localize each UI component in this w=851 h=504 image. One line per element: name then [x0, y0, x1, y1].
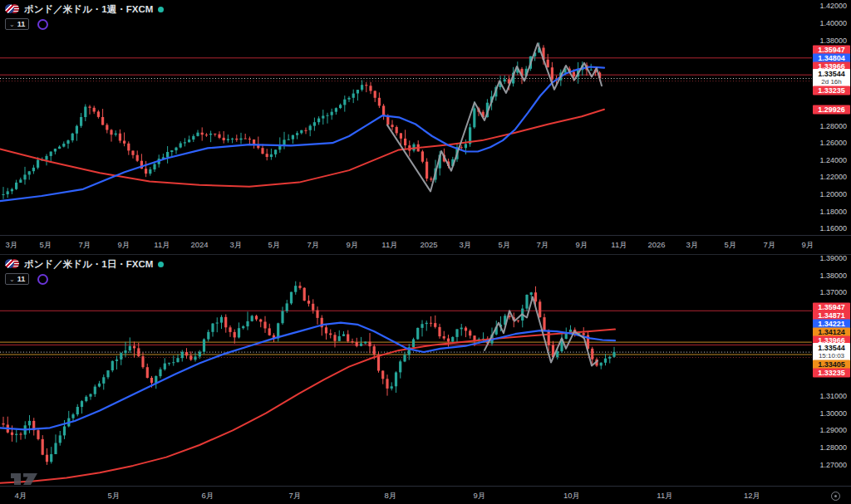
symbol-pair-logo	[5, 4, 19, 14]
time-tick: 11月	[381, 240, 397, 251]
daily-plot-canvas[interactable]	[0, 255, 851, 486]
price-tick: 1.27000	[819, 461, 847, 469]
time-tick: 3月	[460, 240, 472, 251]
time-tick: 11月	[611, 240, 627, 251]
price-tick: 1.24000	[819, 156, 847, 164]
price-tick: 1.16000	[819, 224, 847, 232]
price-tick: 1.20000	[819, 190, 847, 198]
price-label-1.33544[interactable]: 1.335442d 16h	[813, 69, 850, 87]
time-tick: 6月	[202, 491, 214, 502]
indicator-count-chip[interactable]: ⌄ 11	[5, 18, 29, 30]
price-label-1.29926[interactable]: 1.29926	[813, 105, 850, 114]
time-tick: 2026	[647, 240, 665, 249]
daily-chart-pane[interactable]: 4月5月6月7月8月9月10月11月12月 ポンド／米ドル・1日・FXCM ⌄ …	[0, 255, 851, 504]
time-tick: 11月	[154, 240, 170, 251]
chart-workspace: 3月5月7月9月11月20243月5月7月9月11月20253月5月7月9月11…	[0, 0, 851, 504]
time-tick: 4月	[15, 491, 27, 502]
time-tick: 3月	[230, 240, 243, 251]
price-tick: 1.38000	[819, 272, 847, 280]
time-tick: 9月	[576, 240, 588, 251]
weekly-time-axis[interactable]: 3月5月7月9月11月20243月5月7月9月11月20253月5月7月9月11…	[0, 235, 851, 254]
price-tick: 1.22000	[819, 173, 847, 181]
price-tick: 1.39000	[819, 254, 847, 262]
price-tick: 1.26000	[819, 139, 847, 147]
time-tick: 3月	[6, 240, 18, 251]
time-tick: 8月	[385, 491, 397, 502]
time-tick: 7月	[764, 240, 776, 251]
purple-ring-icon[interactable]	[37, 19, 48, 30]
market-status-dot	[158, 262, 164, 267]
tradingview-logo[interactable]	[10, 467, 43, 487]
time-tick: 11月	[657, 491, 672, 502]
chevron-down-icon: ⌄	[9, 276, 15, 283]
time-tick: 9月	[802, 240, 814, 251]
time-tick: 7月	[307, 240, 320, 251]
time-tick: 9月	[118, 240, 130, 251]
purple-ring-icon[interactable]	[37, 274, 48, 285]
time-tick: 2025	[420, 240, 437, 249]
symbol-title[interactable]: ポンド／米ドル・1日・FXCM	[24, 258, 153, 271]
market-status-dot	[158, 7, 164, 12]
weekly-plot-canvas[interactable]	[0, 0, 851, 235]
time-tick: 9月	[474, 491, 486, 502]
time-tick: 9月	[347, 240, 359, 251]
chevron-down-icon: ⌄	[9, 21, 15, 28]
time-tick: 5月	[499, 240, 511, 251]
price-tick: 1.30000	[819, 409, 847, 418]
time-tick: 2024	[190, 240, 208, 249]
price-label-1.33235[interactable]: 1.33235	[813, 368, 850, 377]
time-tick: 7月	[537, 240, 549, 251]
daily-time-axis[interactable]: 4月5月6月7月8月9月10月11月12月	[0, 486, 851, 504]
time-tick: 7月	[289, 491, 302, 502]
time-tick: 5月	[40, 240, 52, 251]
symbol-title[interactable]: ポンド／米ドル・1週・FXCM	[24, 3, 153, 16]
time-tick: 12月	[744, 491, 760, 502]
time-tick: 5月	[725, 240, 737, 251]
price-tick: 1.37000	[819, 288, 847, 296]
price-tick: 1.38000	[819, 37, 847, 45]
time-tick: 7月	[79, 240, 91, 251]
weekly-chart-pane[interactable]: 3月5月7月9月11月20243月5月7月9月11月20253月5月7月9月11…	[0, 0, 851, 254]
price-tick: 1.42000	[819, 2, 847, 10]
price-tick: 1.28000	[819, 443, 847, 452]
time-tick: 5月	[108, 491, 121, 502]
time-tick: 10月	[563, 491, 580, 502]
gear-icon[interactable]	[831, 492, 840, 501]
time-tick: 5月	[268, 240, 281, 251]
price-label-1.33544[interactable]: 1.3354415:10:03	[813, 343, 850, 361]
price-label-1.33235[interactable]: 1.33235	[813, 86, 850, 95]
symbol-pair-logo	[5, 259, 19, 269]
time-tick: 3月	[686, 240, 699, 251]
price-tick: 1.28000	[819, 122, 847, 130]
price-tick: 1.40000	[819, 19, 847, 27]
indicator-count-chip[interactable]: ⌄ 11	[5, 273, 29, 285]
indicator-count: 11	[17, 20, 26, 28]
price-tick: 1.18000	[819, 208, 847, 216]
indicator-count: 11	[17, 275, 26, 283]
price-tick: 1.29000	[819, 426, 847, 434]
price-tick: 1.31000	[819, 392, 847, 400]
